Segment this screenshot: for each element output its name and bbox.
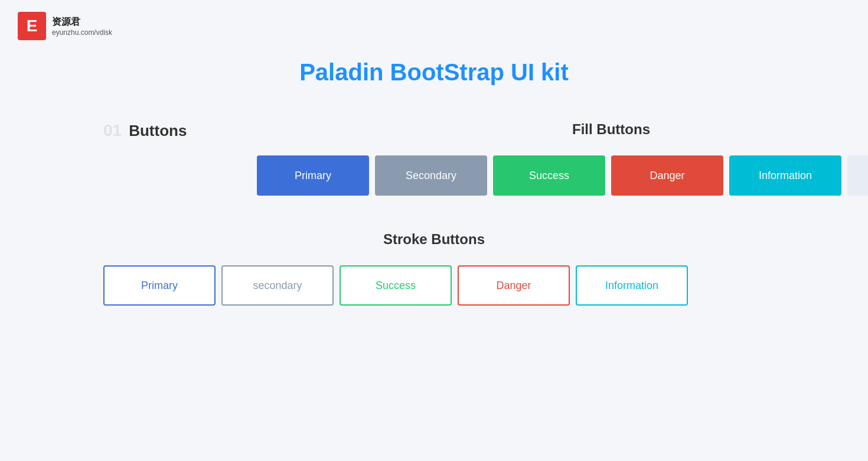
logo-title: 资源君 [52, 16, 112, 28]
section-title: Buttons [129, 122, 187, 140]
logo-text: 资源君 eyunzhu.com/vdisk [52, 16, 112, 37]
stroke-buttons-row: Primary secondary Success Danger Informa… [103, 265, 765, 306]
logo-subtitle: eyunzhu.com/vdisk [52, 28, 112, 37]
section-label-col: 01 Buttons [103, 121, 221, 158]
danger-stroke-button[interactable]: Danger [458, 265, 570, 306]
logo: E 资源君 eyunzhu.com/vdisk [18, 12, 112, 40]
success-fill-button[interactable]: Success [493, 155, 605, 196]
primary-stroke-button[interactable]: Primary [103, 265, 216, 306]
success-stroke-button[interactable]: Success [340, 265, 452, 306]
fill-buttons-row: Primary Secondary Success Danger Informa… [257, 155, 868, 196]
primary-fill-button[interactable]: Primary [257, 155, 369, 196]
fill-buttons-col: Fill Buttons Primary Secondary Success D… [257, 121, 868, 219]
page-title: Paladin BootStrap UI kit [299, 59, 569, 86]
section-header: 01 Buttons [103, 121, 221, 140]
info-fill-button[interactable]: Information [729, 155, 841, 196]
top-section: 01 Buttons Fill Buttons Primary Secondar… [80, 121, 788, 219]
logo-icon: E [18, 12, 46, 40]
stroke-buttons-section: Stroke Buttons Primary secondary Success… [80, 231, 788, 329]
secondary-stroke-button[interactable]: secondary [221, 265, 334, 306]
info-stroke-button[interactable]: Information [576, 265, 688, 306]
main-content: Paladin BootStrap UI kit 01 Buttons Fill… [0, 0, 868, 329]
secondary-fill-button[interactable]: Secondary [375, 155, 487, 196]
stroke-buttons-title: Stroke Buttons [103, 231, 765, 248]
section-number: 01 [103, 121, 122, 140]
fill-buttons-title: Fill Buttons [257, 121, 868, 138]
danger-fill-button[interactable]: Danger [611, 155, 723, 196]
light-fill-button[interactable]: light [847, 155, 868, 196]
